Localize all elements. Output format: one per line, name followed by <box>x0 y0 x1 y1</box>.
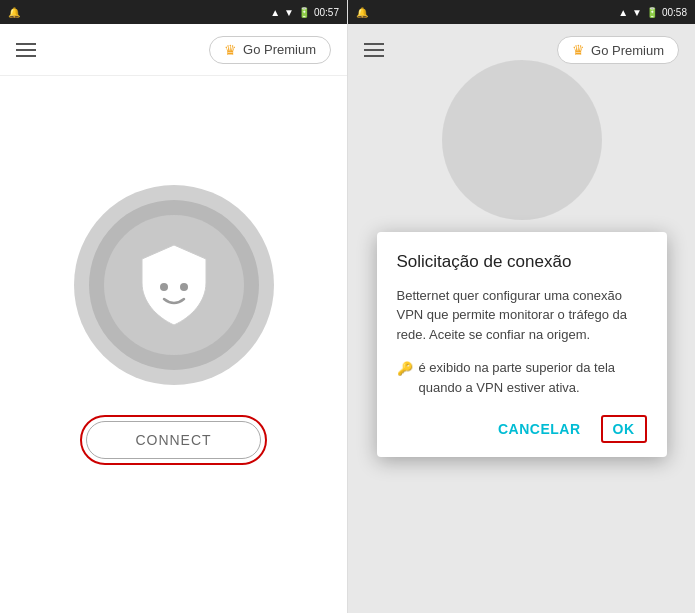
dialog-key-line: 🔑 é exibido na parte superior da tela qu… <box>397 358 647 397</box>
connect-button-wrapper: CONNECT <box>80 415 266 465</box>
signal-icon-right: ▲ <box>618 7 628 18</box>
wifi-icon-right: ▼ <box>632 7 642 18</box>
dialog-body: Betternet quer configurar uma conexão VP… <box>397 286 647 345</box>
key-icon: 🔑 <box>397 359 413 379</box>
premium-label-right: Go Premium <box>591 43 664 58</box>
time-right: 00:58 <box>662 7 687 18</box>
notification-icon: 🔔 <box>8 7 20 18</box>
dialog-title: Solicitação de conexão <box>397 252 647 272</box>
right-status-left-icons: 🔔 <box>356 7 368 18</box>
premium-button-left[interactable]: ♛ Go Premium <box>209 36 331 64</box>
connection-dialog: Solicitação de conexão Betternet quer co… <box>377 232 667 458</box>
notif-icon-right: 🔔 <box>356 7 368 18</box>
circle-inner <box>104 215 244 355</box>
svg-point-0 <box>160 283 168 291</box>
battery-icon-left: 🔋 <box>298 7 310 18</box>
left-panel: 🔔 ▲ ▼ 🔋 00:57 ♛ Go Premium <box>0 0 347 613</box>
left-status-bar: 🔔 ▲ ▼ 🔋 00:57 <box>0 0 347 24</box>
signal-icon: ▲ <box>270 7 280 18</box>
crown-icon-right: ♛ <box>572 42 585 58</box>
shield-icon <box>134 241 214 329</box>
hamburger-menu-left[interactable] <box>16 43 36 57</box>
right-panel: 🔔 ▲ ▼ 🔋 00:58 ♛ Go Premium Solicitação d… <box>348 0 695 613</box>
dialog-actions: CANCELAR OK <box>397 415 647 443</box>
ok-button[interactable]: OK <box>605 419 643 439</box>
left-status-right: ▲ ▼ 🔋 00:57 <box>270 7 339 18</box>
dialog-key-text: é exibido na parte superior da tela quan… <box>419 358 647 397</box>
left-main-content: CONNECT <box>0 76 347 613</box>
wifi-icon: ▼ <box>284 7 294 18</box>
left-top-bar: ♛ Go Premium <box>0 24 347 76</box>
hamburger-menu-right[interactable] <box>364 43 384 57</box>
cancel-button[interactable]: CANCELAR <box>498 421 581 437</box>
vpn-graphic <box>74 185 274 385</box>
right-status-bar: 🔔 ▲ ▼ 🔋 00:58 <box>348 0 695 24</box>
premium-button-right[interactable]: ♛ Go Premium <box>557 36 679 64</box>
ok-button-wrapper: OK <box>601 415 647 443</box>
left-status-icons: 🔔 <box>8 7 20 18</box>
svg-point-1 <box>180 283 188 291</box>
bg-shield-circle <box>442 60 602 220</box>
time-left: 00:57 <box>314 7 339 18</box>
connect-button[interactable]: CONNECT <box>86 421 260 459</box>
crown-icon-left: ♛ <box>224 42 237 58</box>
premium-label-left: Go Premium <box>243 42 316 57</box>
right-status-right: ▲ ▼ 🔋 00:58 <box>618 7 687 18</box>
battery-icon-right: 🔋 <box>646 7 658 18</box>
